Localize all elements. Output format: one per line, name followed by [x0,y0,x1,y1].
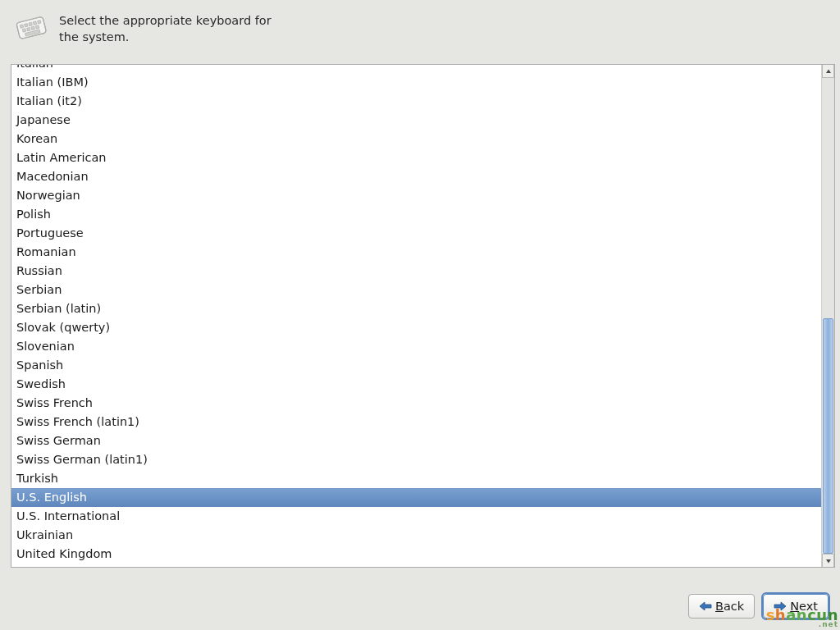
svg-rect-7 [22,29,25,32]
list-item[interactable]: Swiss French [11,394,821,413]
list-item[interactable]: Macedonian [11,167,821,186]
back-button[interactable]: Back [688,594,755,619]
svg-rect-2 [20,25,23,28]
svg-rect-10 [35,25,39,29]
list-item[interactable]: Swiss French (latin1) [11,413,821,431]
keyboard-icon [13,11,49,43]
scrollbar-track[interactable] [822,78,834,554]
header: Select the appropriate keyboard for the … [10,11,830,45]
svg-rect-9 [31,26,34,30]
next-button-label: Next [790,600,818,613]
list-item[interactable]: Japanese [11,111,821,130]
list-item[interactable]: Swiss German [11,431,821,450]
list-item[interactable]: U.S. English [11,488,821,507]
scroll-down-button[interactable] [822,554,834,567]
list-item[interactable]: United Kingdom [11,545,821,564]
list-item[interactable]: Latin American [11,148,821,167]
list-item[interactable]: Swiss German (latin1) [11,450,821,469]
scrollbar[interactable] [821,65,834,567]
list-item[interactable]: Ukrainian [11,526,821,545]
instruction-text: Select the appropriate keyboard for the … [59,11,289,45]
svg-rect-3 [25,24,28,27]
list-item[interactable]: Slovenian [11,337,821,356]
footer-buttons: Back Next [688,594,829,619]
arrow-left-icon [699,600,712,612]
list-item[interactable]: Polish [11,205,821,224]
keyboard-listbox[interactable]: ItalianItalian (IBM)Italian (it2)Japanes… [11,64,835,568]
list-item[interactable]: Italian [11,65,821,73]
svg-rect-6 [38,21,41,24]
list-item[interactable]: Serbian [11,281,821,299]
svg-rect-4 [29,22,32,25]
list-item[interactable]: Swedish [11,375,821,394]
arrow-right-icon [774,600,787,612]
list-item[interactable]: U.S. International [11,507,821,526]
list-item[interactable]: Turkish [11,469,821,488]
list-item[interactable]: Slovak (qwerty) [11,318,821,337]
back-button-label: Back [715,600,744,613]
next-button[interactable]: Next [763,594,829,619]
list-item[interactable]: Norwegian [11,186,821,205]
list-item[interactable]: Russian [11,262,821,281]
list-item[interactable]: Romanian [11,243,821,262]
list-item[interactable]: Korean [11,130,821,148]
list-item[interactable]: Italian (it2) [11,92,821,111]
list-item[interactable]: Spanish [11,356,821,375]
scroll-up-button[interactable] [822,65,834,78]
list-item[interactable]: Serbian (latin) [11,299,821,318]
svg-rect-8 [27,27,30,30]
list-item[interactable]: Italian (IBM) [11,73,821,92]
scrollbar-thumb[interactable] [823,318,833,554]
svg-rect-5 [33,21,36,25]
list-item[interactable]: Portuguese [11,224,821,243]
